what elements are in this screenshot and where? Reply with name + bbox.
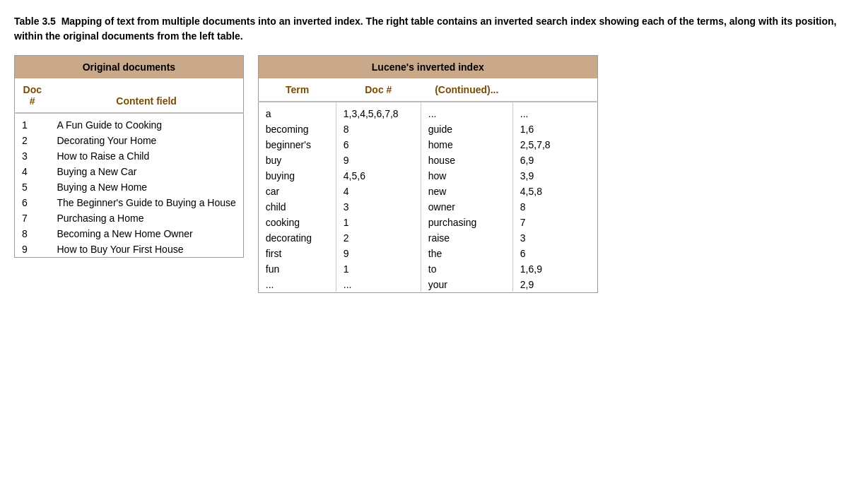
doc-ref: 1 <box>336 261 421 277</box>
term2: owner <box>421 199 512 215</box>
term: decorating <box>258 230 336 246</box>
doc-ref2: 1,6 <box>512 121 597 137</box>
table-row: 4Buying a New Car <box>15 164 244 179</box>
col-header-row: Doc # Content field <box>15 78 244 113</box>
col-doc-num: Doc # <box>15 78 50 113</box>
doc-ref: 2 <box>336 230 421 246</box>
col-doc: Doc # <box>336 78 421 102</box>
term: ... <box>258 277 336 293</box>
col-term: Term <box>258 78 336 102</box>
left-table-body: 1A Fun Guide to Cooking2Decorating Your … <box>15 113 244 258</box>
table-row: 3How to Raise a Child <box>15 148 244 164</box>
doc-number: 3 <box>15 148 50 164</box>
doc-number: 1 <box>15 113 50 133</box>
term: beginner's <box>258 137 336 153</box>
tables-container: Original documents Doc # Content field 1… <box>14 55 854 293</box>
table-caption: Table 3.5 Mapping of text from multiple … <box>14 14 848 44</box>
doc-ref: 4,5,6 <box>336 168 421 184</box>
content-field: How to Raise a Child <box>50 148 244 164</box>
doc-number: 8 <box>15 226 50 242</box>
table-row: 9How to Buy Your First House <box>15 242 244 258</box>
right-col-header-row: Term Doc # (Continued)... <box>258 78 597 102</box>
content-field: How to Buy Your First House <box>50 242 244 258</box>
doc-ref2: 2,5,7,8 <box>512 137 597 153</box>
doc-ref: 8 <box>336 121 421 137</box>
term2: your <box>421 277 512 293</box>
doc-ref2: 1,6,9 <box>512 261 597 277</box>
table-row: 5Buying a New Home <box>15 179 244 195</box>
table-row: 2Decorating Your Home <box>15 133 244 148</box>
original-documents-table: Original documents Doc # Content field 1… <box>14 55 244 258</box>
table-row: child3owner8 <box>258 199 597 215</box>
doc-number: 6 <box>15 195 50 210</box>
doc-ref2: 8 <box>512 199 597 215</box>
caption-label: Table 3.5 <box>14 16 56 27</box>
table-row: ......your2,9 <box>258 277 597 293</box>
doc-ref2: 2,9 <box>512 277 597 293</box>
content-field: Buying a New Car <box>50 164 244 179</box>
table-row: beginner's6home2,5,7,8 <box>258 137 597 153</box>
doc-ref: 6 <box>336 137 421 153</box>
doc-ref2: ... <box>512 102 597 121</box>
right-section-header-row: Lucene's inverted index <box>258 56 597 79</box>
inverted-index-table: Lucene's inverted index Term Doc # (Cont… <box>258 55 598 293</box>
table-row: a1,3,4,5,6,7,8...... <box>258 102 597 121</box>
content-field: A Fun Guide to Cooking <box>50 113 244 133</box>
content-field: Purchasing a Home <box>50 210 244 226</box>
term2: guide <box>421 121 512 137</box>
doc-ref: 1,3,4,5,6,7,8 <box>336 102 421 121</box>
content-field: Buying a New Home <box>50 179 244 195</box>
term2: to <box>421 261 512 277</box>
left-section-header: Original documents <box>15 56 244 79</box>
table-row: 1A Fun Guide to Cooking <box>15 113 244 133</box>
table-row: buying4,5,6how3,9 <box>258 168 597 184</box>
doc-ref: 9 <box>336 153 421 168</box>
table-row: buy9house6,9 <box>258 153 597 168</box>
doc-ref: 4 <box>336 184 421 199</box>
term2: purchasing <box>421 215 512 230</box>
table-row: first9the6 <box>258 246 597 261</box>
doc-ref2: 6 <box>512 246 597 261</box>
col-continued: (Continued)... <box>421 78 512 102</box>
table-row: becoming8guide1,6 <box>258 121 597 137</box>
doc-ref: 9 <box>336 246 421 261</box>
term2: ... <box>421 102 512 121</box>
content-field: Decorating Your Home <box>50 133 244 148</box>
doc-number: 9 <box>15 242 50 258</box>
doc-number: 7 <box>15 210 50 226</box>
table-row: 7Purchasing a Home <box>15 210 244 226</box>
term2: new <box>421 184 512 199</box>
right-section-header: Lucene's inverted index <box>258 56 597 79</box>
term2: house <box>421 153 512 168</box>
term: buy <box>258 153 336 168</box>
table-row: decorating2raise3 <box>258 230 597 246</box>
term: fun <box>258 261 336 277</box>
term: cooking <box>258 215 336 230</box>
col-content: Content field <box>50 78 244 113</box>
term2: how <box>421 168 512 184</box>
doc-number: 4 <box>15 164 50 179</box>
doc-ref: ... <box>336 277 421 293</box>
caption-text: Mapping of text from multiple documents … <box>14 16 836 42</box>
table-row: 6The Beginner's Guide to Buying a House <box>15 195 244 210</box>
col-extra <box>512 78 597 102</box>
content-field: The Beginner's Guide to Buying a House <box>50 195 244 210</box>
table-row: fun1to1,6,9 <box>258 261 597 277</box>
doc-ref2: 3,9 <box>512 168 597 184</box>
term2: home <box>421 137 512 153</box>
term: child <box>258 199 336 215</box>
doc-number: 2 <box>15 133 50 148</box>
term: car <box>258 184 336 199</box>
right-table-body: a1,3,4,5,6,7,8......becoming8guide1,6beg… <box>258 102 597 293</box>
term2: the <box>421 246 512 261</box>
term2: raise <box>421 230 512 246</box>
term: a <box>258 102 336 121</box>
doc-number: 5 <box>15 179 50 195</box>
table-row: cooking1purchasing7 <box>258 215 597 230</box>
doc-ref2: 4,5,8 <box>512 184 597 199</box>
content-field: Becoming a New Home Owner <box>50 226 244 242</box>
table-row: 8Becoming a New Home Owner <box>15 226 244 242</box>
doc-ref2: 3 <box>512 230 597 246</box>
doc-ref: 1 <box>336 215 421 230</box>
doc-ref: 3 <box>336 199 421 215</box>
